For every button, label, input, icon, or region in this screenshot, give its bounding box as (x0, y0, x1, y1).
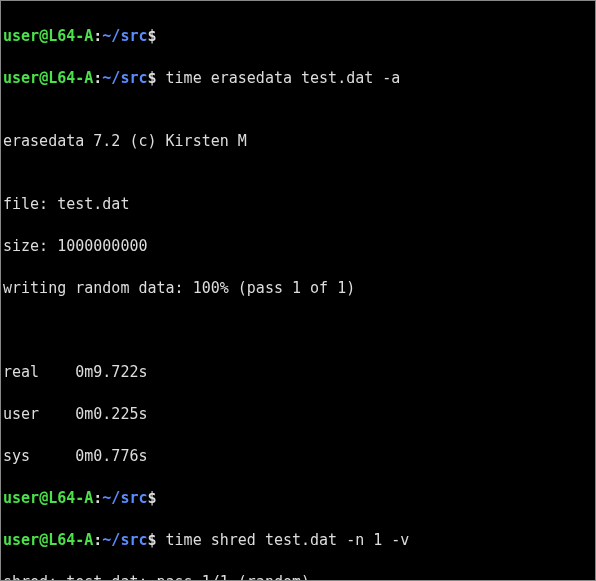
prompt-user: user (3, 69, 39, 87)
prompt-path: ~/src (102, 531, 147, 549)
prompt-path: ~/src (102, 27, 147, 45)
time1-real: real 0m9.722s (3, 362, 593, 383)
prompt-host: L64-A (48, 531, 93, 549)
prompt-at: @ (39, 69, 48, 87)
erasedata-banner: erasedata 7.2 (c) Kirsten M (3, 131, 593, 152)
prompt-at: @ (39, 27, 48, 45)
prompt-user: user (3, 27, 39, 45)
prompt-line-3[interactable]: user@L64-A:~/src$ (3, 488, 593, 509)
prompt-path: ~/src (102, 489, 147, 507)
shred-line-0: shred: test.dat: pass 1/1 (random)... (3, 572, 593, 581)
prompt-user: user (3, 531, 39, 549)
prompt-colon: : (93, 489, 102, 507)
time1-user: user 0m0.225s (3, 404, 593, 425)
prompt-host: L64-A (48, 69, 93, 87)
erasedata-size: size: 1000000000 (3, 236, 593, 257)
prompt-line-2[interactable]: user@L64-A:~/src$ time erasedata test.da… (3, 68, 593, 89)
prompt-path: ~/src (102, 69, 147, 87)
command-erasedata: time erasedata test.dat -a (157, 69, 401, 87)
erasedata-file: file: test.dat (3, 194, 593, 215)
prompt-dollar: $ (148, 489, 157, 507)
prompt-line-4[interactable]: user@L64-A:~/src$ time shred test.dat -n… (3, 530, 593, 551)
prompt-line-1[interactable]: user@L64-A:~/src$ (3, 26, 593, 47)
time1-sys: sys 0m0.776s (3, 446, 593, 467)
prompt-at: @ (39, 489, 48, 507)
prompt-colon: : (93, 531, 102, 549)
prompt-at: @ (39, 531, 48, 549)
erasedata-progress: writing random data: 100% (pass 1 of 1) (3, 278, 593, 299)
prompt-host: L64-A (48, 27, 93, 45)
command-shred: time shred test.dat -n 1 -v (157, 531, 410, 549)
prompt-host: L64-A (48, 489, 93, 507)
prompt-user: user (3, 489, 39, 507)
terminal-window[interactable]: user@L64-A:~/src$ user@L64-A:~/src$ time… (0, 0, 596, 581)
prompt-colon: : (93, 69, 102, 87)
prompt-colon: : (93, 27, 102, 45)
prompt-dollar: $ (148, 27, 157, 45)
prompt-dollar: $ (148, 69, 157, 87)
prompt-dollar: $ (148, 531, 157, 549)
